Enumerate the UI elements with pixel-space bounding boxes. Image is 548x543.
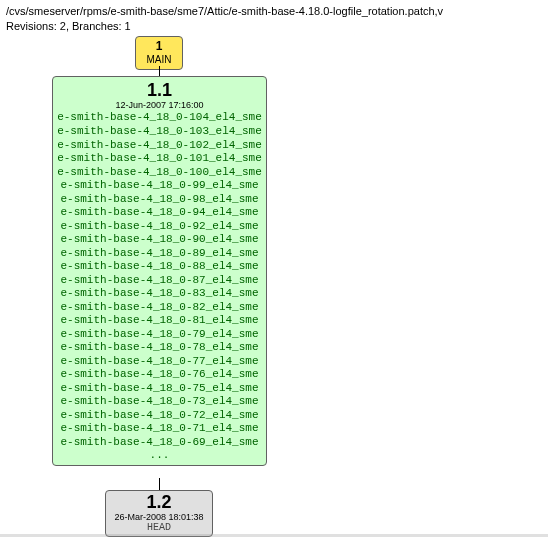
- revision-tag: e-smith-base-4_18_0-69_el4_sme: [55, 436, 264, 450]
- revision-tag: e-smith-base-4_18_0-90_el4_sme: [55, 233, 264, 247]
- footer-divider: [0, 534, 548, 537]
- revision-node-1.2[interactable]: 1.2 26-Mar-2008 18:01:38 HEAD: [105, 490, 213, 538]
- revision-graph: 1 MAIN 1.1 12-Jun-2007 17:16:00 e-smith-…: [0, 36, 548, 541]
- revision-tag: e-smith-base-4_18_0-99_el4_sme: [55, 179, 264, 193]
- revision-tag: e-smith-base-4_18_0-101_el4_sme: [55, 152, 264, 166]
- revision-number: 1.2: [108, 493, 210, 513]
- branch-name: MAIN: [136, 54, 182, 67]
- revision-tag: e-smith-base-4_18_0-92_el4_sme: [55, 220, 264, 234]
- revision-number: 1.1: [55, 79, 264, 101]
- revision-tag: e-smith-base-4_18_0-73_el4_sme: [55, 395, 264, 409]
- revision-tag: e-smith-base-4_18_0-98_el4_sme: [55, 193, 264, 207]
- connector-line: [159, 66, 160, 76]
- connector-line: [159, 478, 160, 490]
- revision-tag: e-smith-base-4_18_0-75_el4_sme: [55, 382, 264, 396]
- revision-tag: e-smith-base-4_18_0-77_el4_sme: [55, 355, 264, 369]
- revision-date: 26-Mar-2008 18:01:38: [108, 512, 210, 522]
- ellipsis: ...: [55, 449, 264, 463]
- revision-tag: e-smith-base-4_18_0-87_el4_sme: [55, 274, 264, 288]
- file-path: /cvs/smeserver/rpms/e-smith-base/sme7/At…: [6, 4, 542, 19]
- revision-tag: e-smith-base-4_18_0-72_el4_sme: [55, 409, 264, 423]
- revision-tag: e-smith-base-4_18_0-88_el4_sme: [55, 260, 264, 274]
- revision-tag: e-smith-base-4_18_0-100_el4_sme: [55, 166, 264, 180]
- revision-tag: HEAD: [108, 522, 210, 533]
- revision-tag: e-smith-base-4_18_0-76_el4_sme: [55, 368, 264, 382]
- branch-number: 1: [136, 39, 182, 54]
- revision-tag: e-smith-base-4_18_0-82_el4_sme: [55, 301, 264, 315]
- revisions-summary: Revisions: 2, Branches: 1: [6, 19, 542, 34]
- revision-tag: e-smith-base-4_18_0-81_el4_sme: [55, 314, 264, 328]
- revision-tag: e-smith-base-4_18_0-94_el4_sme: [55, 206, 264, 220]
- revision-tag: e-smith-base-4_18_0-89_el4_sme: [55, 247, 264, 261]
- revision-node-1.1[interactable]: 1.1 12-Jun-2007 17:16:00 e-smith-base-4_…: [52, 76, 267, 466]
- revision-tag: e-smith-base-4_18_0-102_el4_sme: [55, 139, 264, 153]
- revision-tag: e-smith-base-4_18_0-79_el4_sme: [55, 328, 264, 342]
- revision-tag: e-smith-base-4_18_0-103_el4_sme: [55, 125, 264, 139]
- revision-date: 12-Jun-2007 17:16:00: [55, 100, 264, 110]
- revision-tag: e-smith-base-4_18_0-83_el4_sme: [55, 287, 264, 301]
- revision-tag: e-smith-base-4_18_0-104_el4_sme: [55, 111, 264, 125]
- revision-tags: e-smith-base-4_18_0-104_el4_smee-smith-b…: [55, 111, 264, 449]
- revision-tag: e-smith-base-4_18_0-78_el4_sme: [55, 341, 264, 355]
- revision-tag: e-smith-base-4_18_0-71_el4_sme: [55, 422, 264, 436]
- header: /cvs/smeserver/rpms/e-smith-base/sme7/At…: [0, 0, 548, 36]
